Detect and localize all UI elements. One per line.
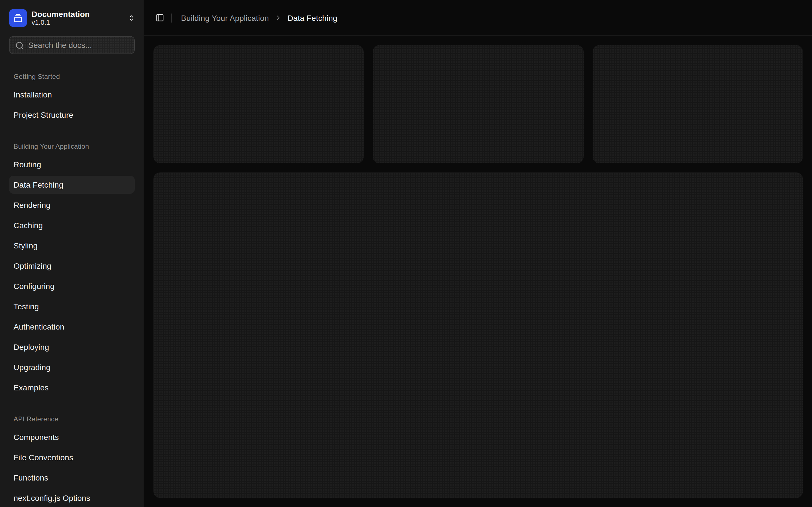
sidebar-item-optimizing[interactable]: Optimizing [9,257,135,275]
sidebar-group: API ReferenceComponentsFile ConventionsF… [4,406,139,503]
sidebar-toggle-button[interactable] [152,10,167,25]
sidebar-group: Building Your ApplicationRoutingData Fet… [4,133,139,401]
panel-left-icon [155,13,164,22]
sidebar-item-functions[interactable]: Functions [9,469,135,487]
chevrons-up-down-icon [128,15,135,21]
sidebar-item-rendering[interactable]: Rendering [9,196,135,214]
sidebar-group-list: ComponentsFile ConventionsFunctionsnext.… [9,428,135,503]
sidebar-item-components[interactable]: Components [9,428,135,446]
sidebar-nav: Getting StartedInstallationProject Struc… [4,63,139,503]
main-area: Building Your Application Data Fetching [144,0,812,507]
sidebar-item-upgrading[interactable]: Upgrading [9,358,135,376]
main-header: Building Your Application Data Fetching [144,0,812,36]
workspace-title: Documentation [32,9,90,18]
sidebar: Documentation v1.0.1 [0,0,144,507]
sidebar-item-caching[interactable]: Caching [9,216,135,234]
search-input-wrapper [9,36,135,54]
gallery-vertical-end-icon [13,13,22,22]
sidebar-group-list: InstallationProject Structure [9,86,135,124]
breadcrumb-current: Data Fetching [288,13,338,22]
sidebar-item-authentication[interactable]: Authentication [9,318,135,336]
sidebar-item-data-fetching[interactable]: Data Fetching [9,176,135,194]
search-icon [15,41,24,50]
sidebar-group-list: RoutingData FetchingRenderingCachingStyl… [9,156,135,397]
placeholder-card [373,45,583,163]
workspace-switcher[interactable]: Documentation v1.0.1 [4,4,139,32]
search-input[interactable] [10,37,134,54]
placeholder-content-panel [153,172,803,498]
placeholder-cards-row [153,45,803,163]
docs-logo [9,9,27,27]
sidebar-item-testing[interactable]: Testing [9,297,135,316]
page-content [144,36,812,507]
sidebar-group-label: API Reference [9,410,135,428]
sidebar-item-deploying[interactable]: Deploying [9,338,135,356]
search-section [4,32,139,59]
sidebar-item-styling[interactable]: Styling [9,237,135,255]
app-root: Documentation v1.0.1 [0,0,812,507]
sidebar-group-label: Building Your Application [9,137,135,156]
sidebar-item-configuring[interactable]: Configuring [9,277,135,295]
sidebar-item-project-structure[interactable]: Project Structure [9,106,135,124]
breadcrumb-parent[interactable]: Building Your Application [181,13,269,22]
sidebar-item-installation[interactable]: Installation [9,86,135,104]
workspace-info: Documentation v1.0.1 [32,9,90,27]
sidebar-item-next-config-js-options[interactable]: next.config.js Options [9,489,135,503]
sidebar-group: Getting StartedInstallationProject Struc… [4,63,139,128]
sidebar-item-file-conventions[interactable]: File Conventions [9,448,135,466]
workspace-version: v1.0.1 [32,19,90,27]
placeholder-card [153,45,364,163]
sidebar-item-routing[interactable]: Routing [9,156,135,173]
header-separator [171,13,172,22]
breadcrumb: Building Your Application Data Fetching [181,13,338,22]
chevron-right-icon [274,14,282,21]
sidebar-group-label: Getting Started [9,68,135,86]
sidebar-item-examples[interactable]: Examples [9,379,135,397]
placeholder-card [592,45,803,163]
